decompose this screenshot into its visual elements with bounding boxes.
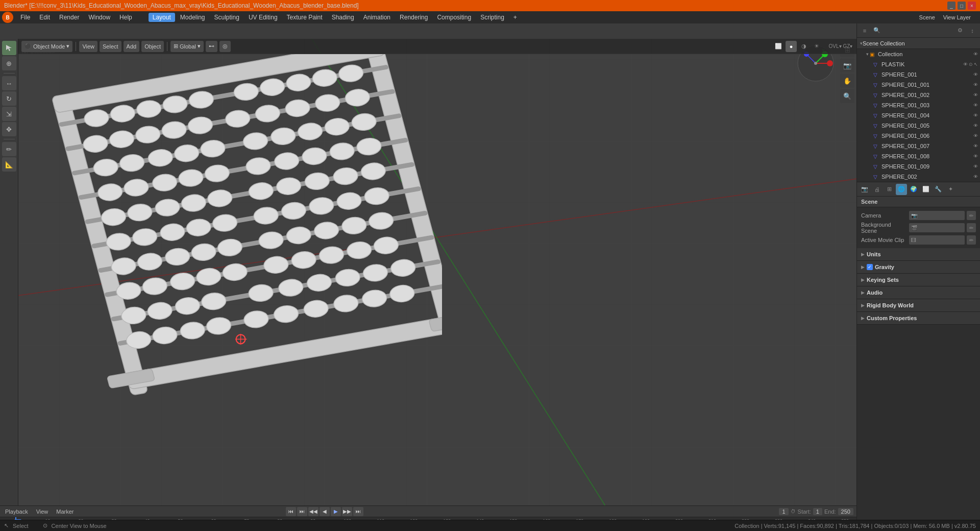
measure-tool[interactable]: 📐 [2,157,16,172]
vis-icon[interactable]: 👁 [973,52,978,57]
vis-icon[interactable]: 👁 [973,103,978,108]
camera-view-tool[interactable]: 📷 [840,58,854,73]
render-icon[interactable]: ⊙ [969,62,973,67]
sel-icon[interactable]: ↖ [974,62,978,67]
marker-btn[interactable]: Marker [54,508,76,515]
transform-tool[interactable]: ✥ [2,122,16,136]
view-layer-props-btn[interactable]: ⊞ [884,184,895,195]
maximize-button[interactable]: □ [958,2,966,10]
material-shading-btn[interactable]: ◑ [798,41,810,52]
outliner-item-sphere001-001[interactable]: ▽ SPHERE_001_001 👁 [857,80,980,90]
viewport[interactable]: User Perspective (1) Collection Y X Z ⊞ … [18,39,856,505]
outliner-item-sphere002[interactable]: ▽ SPHERE_002 👁 [857,172,980,182]
rotate-tool[interactable]: ↻ [2,91,16,106]
workspace-modeling[interactable]: Modeling [176,13,209,22]
movie-clip-edit-icon[interactable]: ✏ [967,235,976,245]
workspace-sculpting[interactable]: Sculpting [210,13,243,22]
start-frame[interactable]: 1 [813,508,822,515]
outliner-icon-btn[interactable]: ≡ [859,25,870,36]
workspace-scripting[interactable]: Scripting [476,13,508,22]
snap-btn[interactable]: ⊷ [206,41,217,52]
blender-logo[interactable]: B [2,12,13,23]
vis-icon[interactable]: 👁 [973,143,978,149]
outliner-item-sphere001-003[interactable]: ▽ SPHERE_001_003 👁 [857,100,980,110]
step-back-btn[interactable]: ◀◀ [308,507,318,516]
camera-edit-icon[interactable]: ✏ [967,211,976,220]
close-button[interactable]: × [968,2,976,10]
vis-icon[interactable]: 👁 [973,92,978,98]
vis-icon[interactable]: 👁 [963,62,968,67]
render-props-btn[interactable]: 📷 [859,184,870,195]
play-back-btn[interactable]: ◀ [320,507,330,516]
workspace-animation[interactable]: Animation [359,13,395,22]
scene-selector[interactable]: Scene [916,13,938,21]
gravity-checkbox[interactable]: ✓ [867,264,873,270]
custom-properties-header[interactable]: ▶ Custom Properties [857,312,980,324]
menu-render[interactable]: Render [55,13,83,22]
jump-prev-key-btn[interactable]: ⏭ [297,507,307,516]
vis-icon[interactable]: 👁 [973,164,978,169]
outliner-item-sphere001-006[interactable]: ▽ SPHERE_001_006 👁 [857,131,980,141]
vis-icon[interactable]: 👁 [973,133,978,138]
vis-icon[interactable]: 👁 [973,174,978,179]
workspace-add[interactable]: + [509,13,521,22]
view-layer-selector[interactable]: View Layer [940,13,974,21]
vis-icon[interactable]: 👁 [973,113,978,118]
outliner-item-sphere001-005[interactable]: ▽ SPHERE_001_005 👁 [857,120,980,131]
particles-props-btn[interactable]: ✦ [945,184,956,195]
menu-window[interactable]: Window [84,13,114,22]
menu-edit[interactable]: Edit [35,13,54,22]
workspace-uv-editing[interactable]: UV Editing [244,13,282,22]
current-frame[interactable]: 1 [779,508,788,515]
modifier-props-btn[interactable]: 🔧 [933,184,944,195]
jump-start-btn[interactable]: ⏮ [286,507,296,516]
output-props-btn[interactable]: 🖨 [871,184,883,195]
global-orientation-btn[interactable]: ⊞ Global ▾ [170,41,204,52]
workspace-layout[interactable]: Layout [149,13,175,22]
workspace-shading[interactable]: Shading [328,13,358,22]
rendered-shading-btn[interactable]: ☀ [811,41,822,52]
world-props-btn[interactable]: 🌍 [908,184,919,195]
view-menu-btn[interactable]: View [79,41,97,52]
workspace-rendering[interactable]: Rendering [396,13,432,22]
search-btn[interactable]: 🔍 [871,25,883,36]
filter-btn[interactable]: ⚙ [954,25,966,36]
audio-section-header[interactable]: ▶ Audio [857,286,980,299]
proportional-btn[interactable]: ◎ [219,41,231,52]
outliner-item-sphere001[interactable]: ▽ SPHERE_001 👁 [857,69,980,80]
end-frame[interactable]: 250 [838,508,853,515]
view-btn[interactable]: View [34,508,51,515]
movie-clip-value[interactable]: 🎞 [909,235,965,245]
workspace-texture-paint[interactable]: Texture Paint [283,13,327,22]
scene-props-btn[interactable]: 🌐 [896,184,907,195]
keying-sets-header[interactable]: ▶ Keying Sets [857,274,980,286]
scale-tool[interactable]: ⇲ [2,107,16,121]
outliner-item-sphere001-009[interactable]: ▽ SPHERE_001_009 👁 [857,161,980,172]
gravity-section-header[interactable]: ▶ ✓ Gravity [857,261,980,273]
bg-scene-edit-icon[interactable]: ✏ [967,223,976,232]
object-mode-btn[interactable]: ⚫ Object Mode ▾ [21,41,72,52]
menu-file[interactable]: File [16,13,34,22]
cursor-tool[interactable]: ⊕ [2,56,16,70]
background-scene-value[interactable]: 🎬 [909,223,965,232]
wireframe-shading-btn[interactable]: ⬜ [773,41,784,52]
annotate-tool[interactable]: ✏ [2,142,16,156]
add-menu-btn[interactable]: Add [124,41,140,52]
menu-help[interactable]: Help [115,13,136,22]
vis-icon[interactable]: 👁 [973,82,978,87]
solid-shading-btn[interactable]: ● [786,41,797,52]
outliner-item-sphere001-002[interactable]: ▽ SPHERE_001_002 👁 [857,90,980,100]
playback-btn[interactable]: Playback [3,508,30,515]
zoom-tool[interactable]: 🔍 [840,89,854,103]
outliner-item-sphere001-004[interactable]: ▽ SPHERE_001_004 👁 [857,110,980,120]
vis-icon[interactable]: 👁 [973,72,978,77]
step-fwd-btn[interactable]: ▶▶ [342,507,352,516]
select-tool[interactable] [2,41,16,55]
outliner-item-plastik[interactable]: ▽ PLASTIK 👁 ⊙ ↖ [857,59,980,69]
outliner-item-sphere001-008[interactable]: ▽ SPHERE_001_008 👁 [857,151,980,161]
object-props-btn[interactable]: ⬜ [920,184,932,195]
jump-next-key-btn[interactable]: ⏭ [353,507,363,516]
select-menu-btn[interactable]: Select [100,41,121,52]
play-btn[interactable]: ▶ [331,507,341,516]
pan-tool[interactable]: ✋ [840,74,854,88]
